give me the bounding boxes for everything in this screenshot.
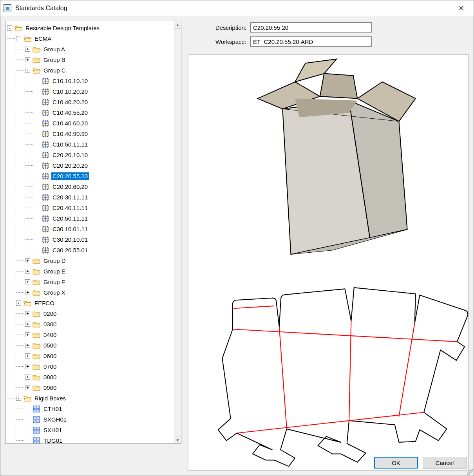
collapse-icon[interactable]: -: [25, 68, 30, 73]
tree-item-label: C20.20.60.20: [51, 183, 89, 190]
tree-template-item[interactable]: C20.20.10.10: [34, 150, 174, 160]
tree-group-f[interactable]: +Group F: [25, 277, 174, 287]
tree-group-c[interactable]: -Group C: [25, 65, 174, 76]
expand-icon[interactable]: +: [25, 279, 30, 284]
tree-rigid-item[interactable]: SXGH01: [25, 414, 174, 425]
tree-group-d[interactable]: +Group D: [25, 255, 174, 266]
tree-template-item[interactable]: C10.40.55.20: [34, 107, 174, 118]
expand-icon[interactable]: +: [25, 375, 30, 380]
tree-fefco-0200[interactable]: +0200: [25, 308, 174, 319]
folder-open-icon: [24, 300, 31, 306]
tree-fefco[interactable]: -FEFCO: [16, 298, 174, 308]
collapse-icon[interactable]: -: [7, 25, 12, 31]
template-icon: [42, 78, 49, 84]
folder-icon: [33, 332, 40, 338]
collapse-icon[interactable]: -: [16, 300, 21, 306]
tree-template-item[interactable]: C20.20.60.20: [34, 181, 174, 192]
tree-template-item[interactable]: C10.40.90.90: [34, 129, 174, 139]
tree-item-label: Group E: [42, 268, 67, 275]
tree-fefco-0900[interactable]: +0900: [25, 382, 174, 393]
tree-scroll[interactable]: -Resizable Design Templates-ECMA+Group A…: [5, 21, 174, 443]
vertical-scrollbar[interactable]: [174, 21, 181, 443]
tree-item-label: C10.10.10.10: [51, 77, 89, 85]
tree-template-item[interactable]: C30.20.55.01: [34, 245, 174, 255]
tree-item-label: Group B: [42, 56, 67, 63]
tree-rigid[interactable]: -Rigid Boxes: [16, 393, 174, 404]
tree-item-label: C20.20.55.20: [51, 172, 89, 180]
tree-fefco-0700[interactable]: +0700: [25, 361, 174, 372]
tree-group-x[interactable]: +Group X: [25, 287, 174, 298]
tree-item-label: 0300: [42, 320, 58, 328]
template-icon: [42, 194, 49, 201]
tree-fefco-0400[interactable]: +0400: [25, 329, 174, 340]
tree-item-label: C20.20.20.20: [51, 162, 89, 169]
tree-template-item[interactable]: C10.50.11.11: [34, 139, 174, 150]
folder-open-icon: [14, 25, 22, 31]
tree-root[interactable]: -Resizable Design Templates: [7, 23, 174, 33]
tree-item-label: C10.40.90.90: [51, 130, 89, 138]
close-icon[interactable]: ✕: [452, 1, 470, 15]
tree-item-label: Rigid Boxes: [33, 395, 67, 402]
expand-icon[interactable]: +: [25, 353, 30, 358]
expand-icon[interactable]: +: [25, 57, 30, 62]
tree-group-a[interactable]: +Group A: [25, 44, 174, 54]
tree-template-item[interactable]: C30.20.10.01: [34, 234, 174, 245]
tree-template-item[interactable]: C20.50.11.11: [34, 213, 174, 224]
tree-item-label: C10.40.20.20: [51, 98, 89, 106]
folder-icon: [33, 311, 40, 317]
tree-item-label: C20.30.11.11: [51, 194, 89, 201]
ok-button[interactable]: OK: [374, 457, 418, 469]
expand-icon[interactable]: +: [25, 364, 30, 369]
titlebar: ▦ Standards Catalog ✕: [0, 0, 474, 16]
expand-icon[interactable]: +: [25, 269, 30, 274]
tree-item-label: C20.20.10.10: [51, 151, 89, 159]
tree-fefco-0600[interactable]: +0600: [25, 351, 174, 361]
expand-icon[interactable]: +: [25, 290, 30, 295]
expand-icon[interactable]: +: [25, 258, 30, 263]
template-icon: [42, 99, 49, 105]
tree-fefco-0800[interactable]: +0800: [25, 372, 174, 382]
expand-icon[interactable]: +: [25, 322, 30, 327]
tree-template-item[interactable]: C10.40.60.20: [34, 118, 174, 129]
tree-fefco-0300[interactable]: +0300: [25, 319, 174, 329]
workspace-input[interactable]: [250, 36, 372, 47]
tree-rigid-item[interactable]: CTH01: [25, 404, 174, 414]
tree-template-item[interactable]: C20.20.20.20: [34, 160, 174, 171]
tree-item-label: CTH01: [42, 405, 63, 413]
tree-template-item[interactable]: C20.40.11.11: [34, 203, 174, 213]
template-icon: [42, 205, 49, 211]
tree-group-b[interactable]: +Group B: [25, 54, 174, 65]
tree-item-label: Group C: [42, 67, 67, 74]
expand-icon[interactable]: +: [25, 332, 30, 337]
collapse-icon[interactable]: -: [16, 36, 21, 41]
tree-item-label: Group D: [42, 257, 67, 264]
expand-icon[interactable]: +: [25, 385, 30, 390]
folder-icon: [33, 258, 40, 264]
tree-template-item[interactable]: C10.10.20.20: [34, 86, 174, 97]
tree-template-item[interactable]: C10.40.20.20: [34, 97, 174, 107]
expand-icon[interactable]: +: [25, 47, 30, 52]
tree-template-item[interactable]: C20.30.11.11: [34, 192, 174, 203]
tree-item-label: 0400: [42, 331, 58, 338]
tree-template-item[interactable]: C30.10.01.11: [34, 224, 174, 234]
collapse-icon[interactable]: -: [16, 396, 21, 401]
tree-ecma[interactable]: -ECMA: [16, 33, 174, 44]
tree-rigid-item[interactable]: SXH01: [25, 425, 174, 435]
tree-template-item[interactable]: C20.20.55.20: [34, 171, 174, 181]
cancel-button[interactable]: Cancel: [423, 457, 467, 469]
tree-rigid-item[interactable]: TDG01: [25, 435, 174, 443]
expand-icon[interactable]: +: [25, 343, 30, 348]
tree-item-label: C10.40.55.20: [51, 109, 89, 116]
resize-grip[interactable]: [467, 469, 473, 475]
description-input[interactable]: [250, 22, 372, 33]
tree-template-item[interactable]: C10.10.10.10: [34, 76, 174, 86]
tree-fefco-0500[interactable]: +0500: [25, 340, 174, 351]
app-icon: ▦: [4, 4, 11, 12]
tree-item-label: Group X: [42, 289, 67, 296]
tree-item-label: 0800: [42, 373, 58, 381]
folder-icon: [33, 57, 40, 63]
folder-icon: [33, 321, 40, 328]
folder-icon: [33, 279, 40, 285]
tree-group-e[interactable]: +Group E: [25, 266, 174, 277]
expand-icon[interactable]: +: [25, 311, 30, 316]
